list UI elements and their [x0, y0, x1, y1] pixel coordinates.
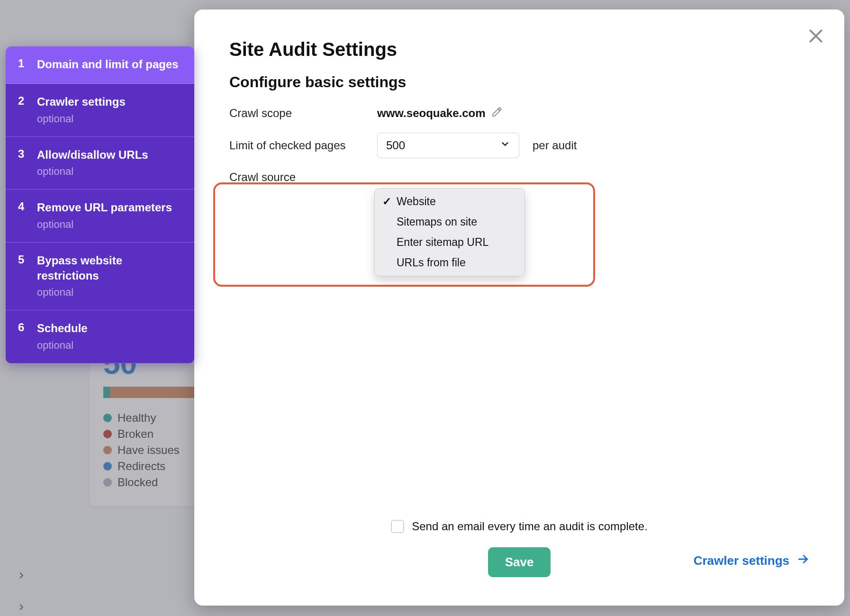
- step-number: 2: [18, 94, 27, 125]
- next-link-label: Crawler settings: [694, 553, 789, 568]
- option-label: URLs from file: [397, 256, 466, 269]
- dropdown-option-enter-sitemap-url[interactable]: Enter sitemap URL: [375, 232, 524, 253]
- step-subtitle: optional: [37, 339, 182, 352]
- step-number: 5: [18, 253, 27, 299]
- option-label: Website: [397, 195, 436, 208]
- step-title: Remove URL parameters: [37, 200, 182, 215]
- crawl-scope-label: Crawl scope: [229, 107, 364, 120]
- limit-pages-label: Limit of checked pages: [229, 139, 364, 152]
- crawl-scope-value: www.seoquake.com: [377, 107, 486, 120]
- limit-pages-value: 500: [386, 139, 405, 152]
- email-checkbox[interactable]: [391, 520, 404, 533]
- option-label: Sitemaps on site: [397, 216, 477, 228]
- crawl-source-dropdown: ✓ Website Sitemaps on site Enter sitemap…: [374, 188, 525, 276]
- step-number: 3: [18, 147, 27, 178]
- step-title: Schedule: [37, 321, 182, 336]
- step-subtitle: optional: [37, 218, 182, 231]
- step-number: 1: [18, 57, 27, 72]
- step-crawler-settings[interactable]: 2 Crawler settings optional: [6, 84, 194, 136]
- step-title: Allow/disallow URLs: [37, 147, 182, 163]
- email-notification-row: Send an email every time an audit is com…: [391, 520, 648, 533]
- step-title: Domain and limit of pages: [37, 57, 182, 72]
- dropdown-option-urls-from-file[interactable]: URLs from file: [375, 253, 524, 273]
- dropdown-option-sitemaps-on-site[interactable]: Sitemaps on site: [375, 212, 524, 232]
- email-checkbox-label: Send an email every time an audit is com…: [412, 520, 648, 533]
- crawl-scope-row: Crawl scope www.seoquake.com: [229, 106, 809, 120]
- save-button[interactable]: Save: [488, 547, 551, 577]
- crawler-settings-link[interactable]: Crawler settings: [694, 553, 809, 569]
- step-schedule[interactable]: 6 Schedule optional: [6, 310, 194, 363]
- close-icon[interactable]: [806, 27, 825, 45]
- step-subtitle: optional: [37, 113, 182, 125]
- option-label: Enter sitemap URL: [397, 236, 488, 249]
- crawl-source-label: Crawl source: [229, 171, 364, 184]
- dropdown-option-website[interactable]: ✓ Website: [375, 191, 524, 212]
- check-icon: ✓: [381, 195, 392, 208]
- modal-subtitle: Configure basic settings: [229, 73, 809, 91]
- limit-pages-row: Limit of checked pages 500 per audit: [229, 133, 809, 158]
- step-remove-url-parameters[interactable]: 4 Remove URL parameters optional: [6, 190, 194, 242]
- pencil-icon[interactable]: [491, 106, 503, 120]
- arrow-right-icon: [797, 553, 809, 569]
- step-allow-disallow-urls[interactable]: 3 Allow/disallow URLs optional: [6, 137, 194, 190]
- step-subtitle: optional: [37, 286, 182, 299]
- step-subtitle: optional: [37, 165, 182, 178]
- step-number: 4: [18, 200, 27, 230]
- settings-steps-sidebar: 1 Domain and limit of pages 2 Crawler se…: [6, 46, 194, 363]
- step-domain-and-limit[interactable]: 1 Domain and limit of pages: [6, 46, 194, 84]
- step-title: Crawler settings: [37, 94, 182, 109]
- modal-title: Site Audit Settings: [229, 39, 809, 60]
- crawl-source-row: Crawl source: [229, 171, 809, 184]
- step-title: Bypass website restrictions: [37, 253, 182, 284]
- step-bypass-restrictions[interactable]: 5 Bypass website restrictions optional: [6, 243, 194, 311]
- limit-suffix: per audit: [533, 139, 577, 152]
- site-audit-settings-modal: Site Audit Settings Configure basic sett…: [194, 9, 844, 606]
- step-number: 6: [18, 321, 27, 351]
- chevron-down-icon: [500, 139, 510, 152]
- limit-pages-select[interactable]: 500: [377, 133, 519, 158]
